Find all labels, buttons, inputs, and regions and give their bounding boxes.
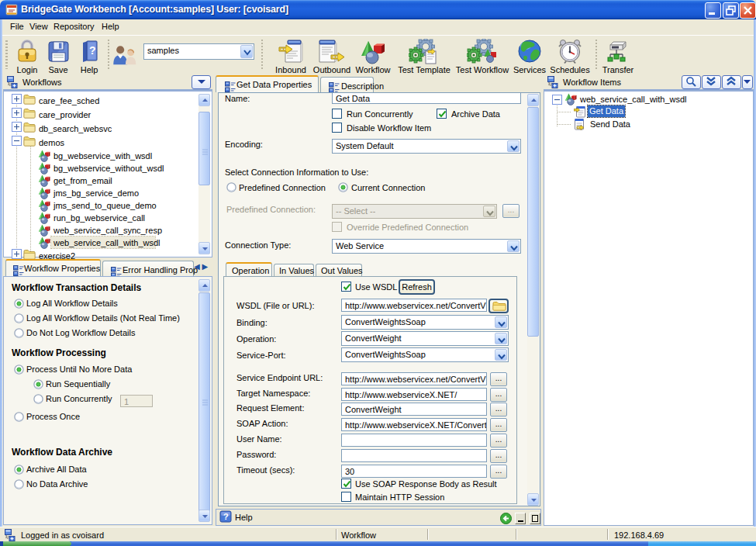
svg-text:?: ? (223, 512, 229, 521)
svg-text:?: ? (89, 44, 96, 57)
